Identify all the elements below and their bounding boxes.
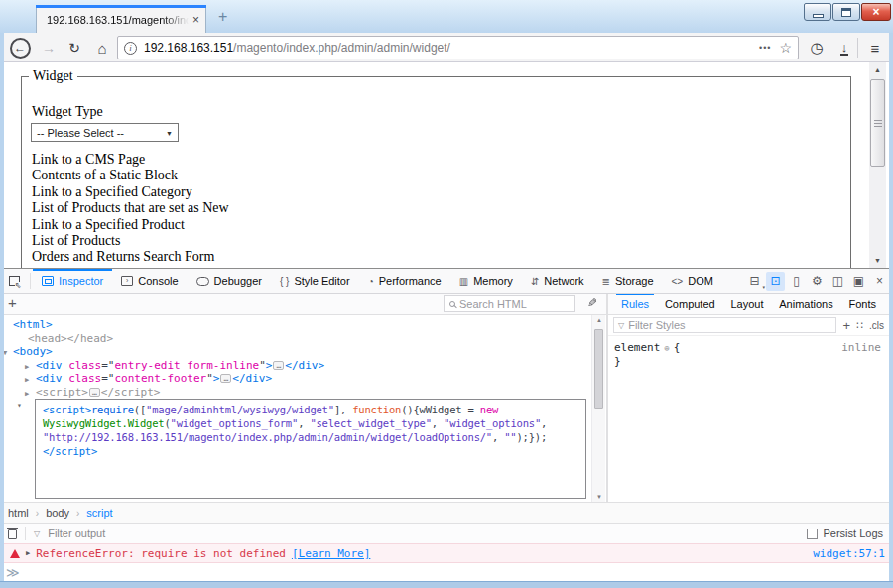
devtools-tab-network[interactable]: ⇵Network xyxy=(522,269,593,293)
markup-line[interactable]: ▶<div class="entry-edit form-inline">…</… xyxy=(0,359,591,373)
scroll-up-icon[interactable]: ▲ xyxy=(592,317,606,323)
syntax-token: " xyxy=(259,359,266,372)
devtools-tab-console[interactable]: ›Console xyxy=(112,269,187,293)
widget-option[interactable]: List of Products that are set as New xyxy=(32,200,229,216)
devtools-tab-label: DOM xyxy=(688,275,713,287)
maximize-button[interactable] xyxy=(832,3,860,21)
devtools-tab-inspector[interactable]: Inspector xyxy=(33,269,112,293)
refresh-button[interactable]: ↻ xyxy=(64,33,85,62)
url-bar[interactable]: i 192.168.163.151 /magento/index.php/adm… xyxy=(117,36,799,59)
home-button[interactable]: ⌂ xyxy=(91,33,113,62)
downloads-button[interactable]: ↓ xyxy=(833,33,855,62)
syntax-token: </script> xyxy=(101,386,161,399)
filter-styles-input[interactable]: ▽ Filter Styles xyxy=(613,317,836,333)
syntax-token: WysiwygWidget.Widget xyxy=(43,417,164,429)
sidebar-tab-animations[interactable]: Animations xyxy=(774,294,837,314)
devtools-tab-debugger[interactable]: Debugger xyxy=(188,269,271,293)
sidebar-tab-fonts[interactable]: Fonts xyxy=(843,294,881,314)
settings-gear-icon[interactable]: ⚙ xyxy=(808,272,827,291)
sidebar-tab-rules[interactable]: Rules xyxy=(616,294,654,314)
class-toggle-button[interactable]: .cls xyxy=(869,320,884,331)
crosshair-icon[interactable]: ⊕ xyxy=(664,343,669,353)
breadcrumb-item-body[interactable]: body xyxy=(46,507,69,519)
browser-tab[interactable]: 192.168.163.151/magento/index.ph × xyxy=(36,5,206,33)
selected-script-node[interactable]: <script>require(["mage/adminhtml/wysiwyg… xyxy=(35,399,586,499)
widget-option[interactable]: Link to a CMS Page xyxy=(32,152,229,168)
scroll-up-icon[interactable]: ▲ xyxy=(869,62,886,77)
expand-error-icon[interactable]: ▶ xyxy=(26,549,30,557)
add-rule-button[interactable]: + xyxy=(842,318,850,333)
expand-node-icon[interactable]: … xyxy=(220,374,231,383)
widget-option[interactable]: Contents of a Static Block xyxy=(32,168,229,183)
scrollbar-thumb[interactable] xyxy=(594,329,603,409)
devtools-meatball-buttons: ⊟▾⊡▯⚙◫▣× xyxy=(744,269,893,293)
split-console-icon[interactable]: ⊡ xyxy=(766,272,785,291)
markup-line[interactable]: <head></head> xyxy=(0,332,591,346)
sidebar-toggle-icon[interactable]: ◫ xyxy=(829,272,847,291)
console-input-row[interactable]: ≫ xyxy=(0,563,893,582)
markup-line[interactable]: ▼<body> xyxy=(0,345,591,359)
tab-close-icon[interactable]: × xyxy=(192,13,199,27)
error-source-link[interactable]: widget:57:1 xyxy=(813,547,885,560)
search-html-input[interactable]: Search HTML xyxy=(444,295,575,312)
back-button[interactable]: ← xyxy=(8,33,32,62)
scroll-down-icon[interactable]: ▼ xyxy=(869,253,886,268)
widget-type-select[interactable]: -- Please Select -- ▼ xyxy=(31,123,179,142)
site-info-icon[interactable]: i xyxy=(124,42,137,55)
rule-selector[interactable]: element xyxy=(614,341,660,354)
responsive-mode-icon[interactable]: ▯ xyxy=(787,272,806,291)
twisty-open-icon[interactable]: ▾ xyxy=(17,401,22,410)
breadcrumb-item-html[interactable]: html xyxy=(8,507,29,519)
persist-logs-checkbox[interactable] xyxy=(807,529,818,539)
devtools-tab-memory[interactable]: ▥Memory xyxy=(450,269,522,293)
widget-option[interactable]: List of Products xyxy=(32,233,229,249)
page-actions-icon[interactable]: ••• xyxy=(759,43,771,53)
devtools-tab-storage[interactable]: ≣Storage xyxy=(593,269,663,293)
devtools-tab-dom[interactable]: <>DOM xyxy=(663,269,722,293)
markup-line[interactable]: ▶<script>…</script> xyxy=(0,386,591,400)
forward-button[interactable]: → xyxy=(38,33,60,62)
add-node-button[interactable]: + xyxy=(8,294,17,311)
devtools-tab-style-editor[interactable]: { }Style Editor xyxy=(271,269,359,293)
scrollbar-thumb[interactable] xyxy=(870,79,885,167)
twisty-icon[interactable]: ▶ xyxy=(25,388,29,402)
widget-option[interactable]: Link to a Specified Category xyxy=(32,184,229,200)
scroll-down-icon[interactable]: ▼ xyxy=(592,494,606,500)
console-filter-input[interactable]: Filter output xyxy=(48,528,105,539)
page-content: Widget Widget Type -- Please Select -- ▼… xyxy=(0,62,893,268)
devtools-tab-performance[interactable]: ◔Performance xyxy=(359,269,450,293)
syntax-token: " xyxy=(206,372,213,385)
pseudo-class-button[interactable]: ∷ xyxy=(856,319,863,332)
breadcrumb-item-script[interactable]: script xyxy=(86,507,112,519)
close-devtools-icon[interactable]: × xyxy=(870,272,889,291)
menu-button[interactable]: ≡ xyxy=(863,33,887,62)
syntax-token: "" xyxy=(504,431,516,443)
rule-location[interactable]: inline xyxy=(841,341,881,355)
persist-logs-toggle[interactable]: Persist Logs xyxy=(807,528,883,539)
url-host: 192.168.163.151 xyxy=(144,41,233,55)
widget-option[interactable]: Link to a Specified Product xyxy=(32,217,229,233)
element-picker-button[interactable] xyxy=(0,269,28,293)
network-icon: ⇵ xyxy=(531,276,539,287)
learn-more-link[interactable]: [Learn More] xyxy=(292,547,370,560)
new-tab-button[interactable]: + xyxy=(218,8,227,26)
bookmark-star-icon[interactable]: ☆ xyxy=(779,40,792,56)
rule-view: element⊕{ inline } xyxy=(608,336,889,374)
clear-console-icon[interactable] xyxy=(8,529,17,539)
sidebar-tab-computed[interactable]: Computed xyxy=(660,294,720,314)
separate-window-icon[interactable]: ▣ xyxy=(849,272,868,291)
markup-line[interactable]: <html> xyxy=(0,318,591,332)
sidebar-tab-layout[interactable]: Layout xyxy=(725,294,768,314)
rule-open-brace: { xyxy=(674,341,681,354)
page-scrollbar[interactable]: ▲ ▼ xyxy=(869,62,886,268)
close-button[interactable]: × xyxy=(861,3,891,21)
eyedropper-icon[interactable]: ✎ xyxy=(587,296,597,310)
library-button[interactable]: ◷ xyxy=(806,33,828,62)
markup-scrollbar[interactable]: ▲ ▼ xyxy=(591,315,605,502)
expand-node-icon[interactable]: … xyxy=(273,361,284,370)
markup-line[interactable]: ▶<div class="content-footer">…</div> xyxy=(0,372,591,386)
dock-side-icon[interactable]: ⊟▾ xyxy=(745,272,764,291)
expand-node-icon[interactable]: … xyxy=(89,388,100,397)
widget-option[interactable]: Orders and Returns Search Form xyxy=(32,249,229,265)
minimize-button[interactable] xyxy=(804,3,831,21)
